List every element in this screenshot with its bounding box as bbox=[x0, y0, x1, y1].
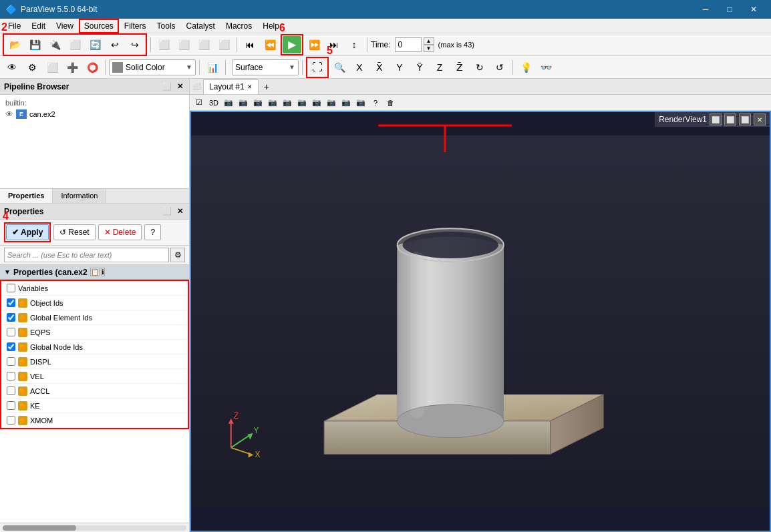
vt-help[interactable]: ? bbox=[369, 96, 382, 109]
var-checkbox-7[interactable] bbox=[7, 401, 15, 410]
menu-sources[interactable]: Sources bbox=[79, 19, 119, 33]
interact-button[interactable]: ⬜ bbox=[154, 36, 173, 53]
vt-cam1[interactable]: 📷 bbox=[222, 96, 235, 109]
select-button[interactable]: ⬜ bbox=[174, 36, 193, 53]
view-tab-layout1[interactable]: Layout #1 ✕ bbox=[203, 79, 259, 94]
var-checkbox-2[interactable] bbox=[7, 328, 15, 336]
var-item-8[interactable]: 🔶 XMOM bbox=[1, 413, 188, 428]
search-input[interactable] bbox=[4, 248, 169, 262]
undo-button[interactable]: ↩ bbox=[106, 36, 124, 53]
save-button[interactable]: 💾 bbox=[25, 36, 44, 53]
render-split-v[interactable]: ⬜ bbox=[724, 113, 736, 125]
rescale-button[interactable]: 📊 bbox=[203, 59, 222, 76]
box-button[interactable]: ⬜ bbox=[43, 59, 61, 76]
minimize-button[interactable]: ─ bbox=[693, 0, 718, 19]
circle-button[interactable]: ⭕ bbox=[83, 59, 102, 76]
apply-button[interactable]: ✔ Apply bbox=[6, 224, 49, 240]
help-button[interactable]: ? bbox=[144, 224, 161, 240]
play-button[interactable]: ▶ bbox=[283, 36, 301, 53]
layout-tab-close[interactable]: ✕ bbox=[247, 83, 253, 90]
menu-view[interactable]: View bbox=[51, 19, 79, 33]
props-close-btn[interactable]: ✕ bbox=[175, 206, 185, 216]
time-spinup[interactable]: ▲ bbox=[424, 37, 434, 45]
var-checkbox-8[interactable] bbox=[7, 416, 15, 425]
var-item-6[interactable]: 🔶 ACCL bbox=[1, 384, 188, 398]
menu-filters[interactable]: Filters bbox=[119, 19, 152, 33]
menu-macros[interactable]: Macros bbox=[220, 19, 257, 33]
var-checkbox-5[interactable] bbox=[7, 372, 15, 380]
search-settings-btn[interactable]: ⚙ bbox=[170, 248, 185, 262]
time-input[interactable] bbox=[395, 37, 422, 52]
render-split-h[interactable]: ⬜ bbox=[710, 113, 722, 125]
stereo-button[interactable]: 👓 bbox=[536, 59, 555, 76]
lighting-button[interactable]: 💡 bbox=[516, 59, 535, 76]
plus-button[interactable]: ➕ bbox=[63, 59, 82, 76]
prev-frame-button[interactable]: ⏪ bbox=[261, 36, 279, 53]
menu-edit[interactable]: Edit bbox=[26, 19, 51, 33]
select-pts-button[interactable]: ⬜ bbox=[194, 36, 213, 53]
section-info-btn[interactable]: ℹ bbox=[101, 268, 105, 276]
var-checkbox-1[interactable] bbox=[7, 313, 15, 322]
var-checkbox-0[interactable] bbox=[7, 298, 15, 307]
var-item-4[interactable]: 🔶 DISPL bbox=[1, 354, 188, 369]
open-button[interactable]: 📂 bbox=[5, 36, 24, 53]
menu-tools[interactable]: Tools bbox=[152, 19, 181, 33]
rotate-neg-button[interactable]: ↺ bbox=[490, 59, 509, 76]
reset-button[interactable]: ↺ Reset bbox=[53, 224, 95, 240]
var-checkbox-4[interactable] bbox=[7, 357, 15, 366]
time-spindown[interactable]: ▼ bbox=[424, 45, 434, 52]
pipeline-close-btn[interactable]: ✕ bbox=[175, 81, 185, 91]
orient-z-button[interactable]: Z bbox=[430, 59, 449, 76]
var-item-0[interactable]: 🔶 Object Ids bbox=[1, 296, 188, 310]
vt-cam8[interactable]: 📷 bbox=[325, 96, 338, 109]
var-checkbox-6[interactable] bbox=[7, 386, 15, 395]
vt-3d[interactable]: 3D bbox=[207, 96, 220, 109]
add-view-button[interactable]: + bbox=[260, 80, 273, 93]
menu-file[interactable]: File bbox=[3, 19, 26, 33]
vt-del[interactable]: 🗑 bbox=[383, 96, 397, 109]
visibility-icon[interactable]: 👁 bbox=[5, 109, 13, 119]
connect-button[interactable]: 🔌 bbox=[45, 36, 64, 53]
tab-information[interactable]: Information bbox=[53, 189, 106, 203]
loop-button[interactable]: ↕ bbox=[345, 36, 363, 53]
3d-canvas[interactable]: Z Y X bbox=[191, 112, 770, 531]
last-frame-button[interactable]: ⏭ bbox=[325, 36, 343, 53]
select-cells-button[interactable]: ⬜ bbox=[214, 36, 233, 53]
vt-cam10[interactable]: 📷 bbox=[354, 96, 367, 109]
gear-button[interactable]: ⚙ bbox=[23, 59, 41, 76]
pipeline-maximize-btn[interactable]: ⬜ bbox=[160, 81, 174, 91]
render-close[interactable]: ✕ bbox=[754, 113, 766, 125]
redo-button[interactable]: ↪ bbox=[126, 36, 144, 53]
refresh-button[interactable]: 🔄 bbox=[86, 36, 104, 53]
props-maximize-btn[interactable]: ⬜ bbox=[160, 206, 174, 216]
first-frame-button[interactable]: ⏮ bbox=[241, 36, 259, 53]
section-copy-btn[interactable]: 📋 bbox=[90, 268, 100, 276]
vt-cam7[interactable]: 📷 bbox=[310, 96, 323, 109]
menu-catalyst[interactable]: Catalyst bbox=[181, 19, 220, 33]
reset-camera-button[interactable]: ⛶ bbox=[308, 59, 327, 76]
rotate-pos-button[interactable]: ↻ bbox=[470, 59, 489, 76]
next-frame-button[interactable]: ⏩ bbox=[305, 36, 323, 53]
var-item-5[interactable]: 🔶 VEL bbox=[1, 369, 188, 384]
var-checkbox-3[interactable] bbox=[7, 342, 15, 351]
var-item-3[interactable]: 🔶 Global Node Ids bbox=[1, 340, 188, 354]
delete-button[interactable]: ✕ Delete bbox=[98, 224, 142, 240]
eye-button[interactable]: 👁 bbox=[3, 59, 21, 76]
tab-properties[interactable]: Properties bbox=[0, 189, 53, 203]
surface-dropdown[interactable]: Surface ▼ bbox=[232, 59, 299, 75]
vt-cam4[interactable]: 📷 bbox=[266, 96, 279, 109]
vt-cam3[interactable]: 📷 bbox=[251, 96, 265, 109]
orient-neg-y-button[interactable]: Ȳ bbox=[410, 59, 429, 76]
pipeline-item-can[interactable]: 👁 E can.ex2 bbox=[5, 108, 184, 120]
render-area[interactable]: RenderView1 ⬜ ⬜ ⬜ ✕ bbox=[190, 111, 771, 532]
orient-y-button[interactable]: Y bbox=[390, 59, 409, 76]
orient-x-button[interactable]: X bbox=[350, 59, 369, 76]
var-item-1[interactable]: 🔶 Global Element Ids bbox=[1, 310, 188, 325]
vt-cam5[interactable]: 📷 bbox=[281, 96, 294, 109]
maximize-button[interactable]: □ bbox=[718, 0, 742, 19]
var-item-2[interactable]: 🔶 EQPS bbox=[1, 325, 188, 340]
disconnect-button[interactable]: ⬜ bbox=[65, 36, 84, 53]
orient-neg-x-button[interactable]: X̄ bbox=[370, 59, 389, 76]
vt-cam6[interactable]: 📷 bbox=[295, 96, 309, 109]
vt-cam2[interactable]: 📷 bbox=[237, 96, 250, 109]
